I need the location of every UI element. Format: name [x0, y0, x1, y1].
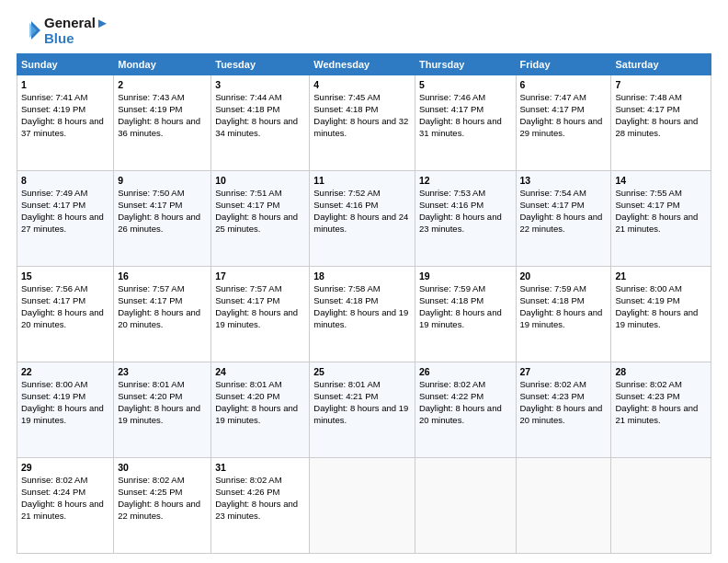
day-number: 24 — [215, 365, 305, 378]
day-number: 16 — [118, 270, 207, 282]
day-number: 6 — [520, 78, 608, 91]
sunrise-text: Sunrise: 7:50 AM — [118, 188, 184, 198]
day-number: 8 — [21, 174, 109, 187]
day-number: 18 — [313, 270, 411, 282]
sunset-text: Sunset: 4:18 PM — [215, 104, 279, 114]
day-number: 13 — [520, 174, 608, 187]
sunrise-text: Sunrise: 7:58 AM — [313, 283, 380, 293]
table-row: 2 Sunrise: 7:43 AM Sunset: 4:19 PM Dayli… — [114, 75, 211, 171]
daylight-text: Daylight: 8 hours and 19 minutes. — [520, 307, 603, 329]
day-number: 31 — [215, 461, 305, 474]
day-number: 21 — [615, 270, 707, 282]
sunrise-text: Sunrise: 8:00 AM — [21, 379, 87, 389]
col-saturday: Saturday — [611, 54, 711, 75]
sunrise-text: Sunrise: 7:45 AM — [313, 92, 380, 102]
sunset-text: Sunset: 4:19 PM — [21, 391, 85, 401]
calendar-week-row: 1 Sunrise: 7:41 AM Sunset: 4:19 PM Dayli… — [17, 75, 711, 171]
table-row: 18 Sunrise: 7:58 AM Sunset: 4:18 PM Dayl… — [310, 267, 415, 362]
daylight-text: Daylight: 8 hours and 22 minutes. — [520, 212, 603, 234]
daylight-text: Daylight: 8 hours and 36 minutes. — [118, 116, 200, 138]
sunrise-text: Sunrise: 8:01 AM — [313, 379, 380, 389]
day-number: 12 — [419, 174, 512, 187]
daylight-text: Daylight: 8 hours and 20 minutes. — [520, 403, 603, 425]
sunrise-text: Sunrise: 7:56 AM — [21, 283, 87, 293]
table-row: 21 Sunrise: 8:00 AM Sunset: 4:19 PM Dayl… — [611, 267, 711, 362]
daylight-text: Daylight: 8 hours and 31 minutes. — [419, 116, 502, 138]
col-wednesday: Wednesday — [310, 54, 415, 75]
day-number: 10 — [215, 174, 305, 187]
sunset-text: Sunset: 4:17 PM — [21, 200, 85, 210]
sunset-text: Sunset: 4:18 PM — [313, 104, 378, 114]
sunrise-text: Sunrise: 7:57 AM — [118, 283, 184, 293]
daylight-text: Daylight: 8 hours and 23 minutes. — [419, 212, 502, 234]
day-number: 20 — [520, 270, 608, 282]
sunrise-text: Sunrise: 7:41 AM — [21, 92, 87, 102]
sunrise-text: Sunrise: 8:00 AM — [615, 283, 681, 293]
table-row: 30 Sunrise: 8:02 AM Sunset: 4:25 PM Dayl… — [114, 458, 211, 554]
sunset-text: Sunset: 4:25 PM — [118, 487, 182, 497]
daylight-text: Daylight: 8 hours and 23 minutes. — [215, 499, 298, 521]
table-row: 16 Sunrise: 7:57 AM Sunset: 4:17 PM Dayl… — [114, 267, 211, 362]
sunrise-text: Sunrise: 7:51 AM — [215, 188, 281, 198]
sunset-text: Sunset: 4:26 PM — [215, 487, 279, 497]
daylight-text: Daylight: 8 hours and 19 minutes. — [313, 403, 408, 425]
sunset-text: Sunset: 4:20 PM — [118, 391, 182, 401]
sunrise-text: Sunrise: 7:47 AM — [520, 92, 586, 102]
daylight-text: Daylight: 8 hours and 25 minutes. — [215, 212, 298, 234]
table-row: 29 Sunrise: 8:02 AM Sunset: 4:24 PM Dayl… — [17, 458, 114, 554]
daylight-text: Daylight: 8 hours and 21 minutes. — [615, 403, 698, 425]
sunset-text: Sunset: 4:17 PM — [118, 200, 182, 210]
sunset-text: Sunset: 4:17 PM — [520, 200, 585, 210]
day-number: 4 — [313, 78, 411, 91]
table-row — [516, 458, 611, 554]
sunrise-text: Sunrise: 8:02 AM — [21, 475, 87, 485]
daylight-text: Daylight: 8 hours and 24 minutes. — [313, 212, 408, 234]
sunrise-text: Sunrise: 7:46 AM — [419, 92, 485, 102]
day-number: 30 — [118, 461, 207, 474]
sunset-text: Sunset: 4:18 PM — [313, 295, 378, 305]
calendar-header-row: Sunday Monday Tuesday Wednesday Thursday… — [17, 54, 711, 75]
day-number: 15 — [21, 270, 109, 282]
col-monday: Monday — [114, 54, 211, 75]
day-number: 28 — [615, 365, 707, 378]
sunset-text: Sunset: 4:18 PM — [419, 295, 483, 305]
sunset-text: Sunset: 4:23 PM — [615, 391, 679, 401]
table-row — [310, 458, 415, 554]
day-number: 27 — [520, 365, 608, 378]
table-row: 4 Sunrise: 7:45 AM Sunset: 4:18 PM Dayli… — [310, 75, 415, 171]
day-number: 25 — [313, 365, 411, 378]
sunrise-text: Sunrise: 8:01 AM — [215, 379, 281, 389]
calendar-week-row: 15 Sunrise: 7:56 AM Sunset: 4:17 PM Dayl… — [17, 267, 711, 362]
col-tuesday: Tuesday — [211, 54, 310, 75]
table-row: 8 Sunrise: 7:49 AM Sunset: 4:17 PM Dayli… — [17, 171, 114, 267]
table-row: 25 Sunrise: 8:01 AM Sunset: 4:21 PM Dayl… — [310, 362, 415, 458]
col-friday: Friday — [516, 54, 611, 75]
day-number: 19 — [419, 270, 512, 282]
table-row: 26 Sunrise: 8:02 AM Sunset: 4:22 PM Dayl… — [415, 362, 516, 458]
sunrise-text: Sunrise: 7:49 AM — [21, 188, 87, 198]
sunset-text: Sunset: 4:17 PM — [419, 104, 483, 114]
sunset-text: Sunset: 4:17 PM — [21, 295, 85, 305]
daylight-text: Daylight: 8 hours and 19 minutes. — [215, 403, 298, 425]
sunrise-text: Sunrise: 7:44 AM — [215, 92, 281, 102]
daylight-text: Daylight: 8 hours and 19 minutes. — [419, 307, 502, 329]
sunrise-text: Sunrise: 7:48 AM — [615, 92, 681, 102]
table-row: 5 Sunrise: 7:46 AM Sunset: 4:17 PM Dayli… — [415, 75, 516, 171]
table-row: 6 Sunrise: 7:47 AM Sunset: 4:17 PM Dayli… — [516, 75, 611, 171]
sunrise-text: Sunrise: 7:53 AM — [419, 188, 485, 198]
sunset-text: Sunset: 4:20 PM — [215, 391, 279, 401]
table-row: 10 Sunrise: 7:51 AM Sunset: 4:17 PM Dayl… — [211, 171, 310, 267]
sunset-text: Sunset: 4:21 PM — [313, 391, 378, 401]
sunset-text: Sunset: 4:22 PM — [419, 391, 483, 401]
day-number: 2 — [118, 78, 207, 91]
sunrise-text: Sunrise: 8:02 AM — [118, 475, 184, 485]
table-row: 27 Sunrise: 8:02 AM Sunset: 4:23 PM Dayl… — [516, 362, 611, 458]
day-number: 29 — [21, 461, 109, 474]
header: General► Blue — [17, 15, 711, 46]
table-row: 12 Sunrise: 7:53 AM Sunset: 4:16 PM Dayl… — [415, 171, 516, 267]
sunrise-text: Sunrise: 8:02 AM — [615, 379, 681, 389]
table-row: 28 Sunrise: 8:02 AM Sunset: 4:23 PM Dayl… — [611, 362, 711, 458]
sunrise-text: Sunrise: 7:59 AM — [520, 283, 586, 293]
day-number: 11 — [313, 174, 411, 187]
table-row: 20 Sunrise: 7:59 AM Sunset: 4:18 PM Dayl… — [516, 267, 611, 362]
